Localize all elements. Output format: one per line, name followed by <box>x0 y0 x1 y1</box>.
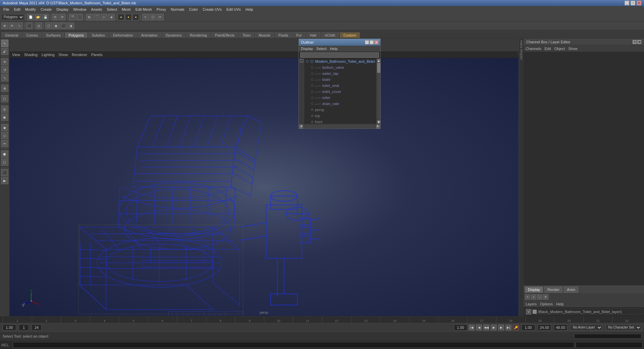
tab-toon[interactable]: Toon <box>239 32 254 38</box>
channel-box-settings[interactable]: ⚙ <box>633 40 637 44</box>
snap-curve-button[interactable]: ⌒ <box>93 14 100 20</box>
quick-render[interactable]: ▶ <box>1 177 8 184</box>
tab-polygons[interactable]: Polygons <box>65 32 87 38</box>
outliner-menu-display[interactable]: Display <box>301 47 313 51</box>
h-scroll-right[interactable]: ► <box>376 124 380 129</box>
menu-mesh[interactable]: Mesh <box>120 7 133 12</box>
range-end-2-input[interactable] <box>554 325 567 331</box>
light-button-1[interactable]: ● <box>118 14 124 20</box>
tab-general[interactable]: General <box>1 32 22 38</box>
anim-layer-select[interactable]: No Anim Layer <box>570 325 602 331</box>
attr-editor-label[interactable]: Attribute Editor <box>520 39 523 61</box>
move-tool[interactable]: ✛ <box>1 58 8 65</box>
scale-tool[interactable]: ⤡ <box>1 74 8 82</box>
layer-delete-button[interactable]: ✕ <box>543 294 548 300</box>
show-manip-tool[interactable]: ⬡ <box>1 95 8 102</box>
layer-create-assign-button[interactable]: ✓ <box>531 294 536 300</box>
channel-box-menu-object[interactable]: Object <box>554 47 565 51</box>
new-scene-button[interactable]: 📄 <box>27 14 34 20</box>
light-button-2[interactable]: ● <box>125 14 132 20</box>
curve-cv-tool[interactable]: ◆ <box>1 124 8 131</box>
character-set-select[interactable]: No Character Set <box>605 325 641 331</box>
layer-tab-display[interactable]: Display <box>525 287 543 293</box>
paint-select-tool[interactable]: 🖌 <box>1 48 8 55</box>
layer-menu-options[interactable]: Options <box>540 302 553 306</box>
timeline-ruler[interactable]: 1 2 3 4 5 6 7 8 9 10 11 12 13 14 15 16 1… <box>0 316 644 323</box>
sculpt-tool[interactable]: ◎ <box>1 105 8 113</box>
layer-menu-help[interactable]: Help <box>556 302 564 306</box>
outliner-window-controls[interactable]: _ □ ✕ <box>365 40 378 44</box>
go-to-start-button[interactable]: |◀ <box>469 325 475 331</box>
tab-deformation[interactable]: Deformation <box>109 32 137 38</box>
open-scene-button[interactable]: 📂 <box>35 14 41 20</box>
menu-edit-uvs[interactable]: Edit UVs <box>224 7 243 12</box>
redo-button[interactable]: ⟳ <box>59 14 66 20</box>
render-button[interactable]: 🎬 <box>69 14 75 20</box>
menu-create[interactable]: Create <box>39 7 54 12</box>
universal-tool[interactable]: ⊕ <box>1 85 8 92</box>
tab-fur[interactable]: Fur <box>292 32 306 38</box>
close-button[interactable]: ✕ <box>637 1 641 5</box>
h-scroll-left[interactable]: ◄ <box>299 124 303 129</box>
tab-dynamics[interactable]: Dynamics <box>162 32 185 38</box>
viewport-menu-view[interactable]: View <box>12 53 20 57</box>
outliner-item-water-tap[interactable]: ⬡ —○ water_tap <box>304 70 376 77</box>
ipr-render-button[interactable]: 🎥 <box>76 14 83 20</box>
time-current-input[interactable] <box>19 325 29 331</box>
select-tool[interactable]: ↖ <box>1 40 8 47</box>
outliner-item-toilet-seat[interactable]: ⬡ —○ toilet_seat <box>304 83 376 89</box>
smooth-shade-button[interactable]: ◉ <box>53 22 59 29</box>
outliner-item-bidet[interactable]: ⬡ —○ bidet <box>304 77 376 83</box>
move-button[interactable]: ⊕ <box>1 22 8 29</box>
channel-box-menu-channels[interactable]: Channels <box>526 47 541 51</box>
undo-button[interactable]: ⟲ <box>52 14 58 20</box>
tab-subdivs[interactable]: Subdivs <box>88 32 109 38</box>
playback-time-display[interactable] <box>454 325 467 331</box>
polygon-mode-select[interactable]: Polygons <box>1 14 24 20</box>
tab-painteffects[interactable]: PaintEffects <box>211 32 238 38</box>
tab-surfaces[interactable]: Surfaces <box>42 32 64 38</box>
step-forward-button[interactable]: ▶ <box>498 325 504 331</box>
outliner-item-root[interactable]: ⬡ ⬡ Modern_Bathroom_Toilet_and_Bidet <box>304 58 376 64</box>
scrollbar-up[interactable]: ▲ <box>377 59 380 62</box>
tab-muscle[interactable]: Muscle <box>255 32 274 38</box>
paint-tool-button[interactable]: ✏ <box>157 14 164 20</box>
texture-button[interactable]: ⬛ <box>60 22 67 29</box>
scrollbar-down[interactable]: ▼ <box>377 120 380 123</box>
auto-keyframe-button[interactable]: 🔑 <box>513 325 519 331</box>
menu-modify[interactable]: Modify <box>23 7 38 12</box>
menu-window[interactable]: Window <box>71 7 88 12</box>
scrollbar-thumb[interactable] <box>377 63 380 73</box>
menu-create-uvs[interactable]: Create UVs <box>201 7 224 12</box>
layer-row-1[interactable]: V /Black_Modern_Bathroom_Toilet_and_Bide… <box>524 308 643 315</box>
lasso-tool-button[interactable]: ⬡ <box>150 14 156 20</box>
tab-hair[interactable]: Hair <box>306 32 320 38</box>
viewport-menu-shading[interactable]: Shading <box>24 53 38 57</box>
menu-select[interactable]: Select <box>105 7 119 12</box>
channel-box-close-alt[interactable]: ◀ <box>637 40 641 44</box>
outliner-search-input[interactable] <box>300 52 379 58</box>
minimize-button[interactable]: _ <box>625 1 629 5</box>
light-button-3[interactable]: ● <box>132 14 139 20</box>
menu-edit[interactable]: Edit <box>12 7 22 12</box>
outliner-scrollbar[interactable]: ▲ ▼ <box>376 58 380 124</box>
snap-surface-button[interactable]: ◈ <box>108 14 115 20</box>
curve-ep-tool[interactable]: ◇ <box>1 132 8 139</box>
outliner-item-bottom-valve[interactable]: ⬡ —○ bottom_valve <box>304 64 376 70</box>
tab-rendering[interactable]: Rendering <box>186 32 211 38</box>
menu-proxy[interactable]: Proxy <box>155 7 168 12</box>
go-to-end-button[interactable]: ▶| <box>505 325 512 331</box>
channel-box-menu-show[interactable]: Show <box>568 47 578 51</box>
viewport-menu-renderer[interactable]: Renderer <box>72 53 87 57</box>
menu-display[interactable]: Display <box>54 7 70 12</box>
channel-box-controls[interactable]: ⚙ ◀ <box>633 40 641 44</box>
tab-custom[interactable]: Custom <box>340 32 360 38</box>
menu-normals[interactable]: Normals <box>169 7 186 12</box>
outliner-item-persp[interactable]: ⊙ persp <box>304 107 376 113</box>
select-tool-button[interactable]: ↖ <box>142 14 149 20</box>
wireframe-button[interactable]: ⬡ <box>45 22 52 29</box>
scrollbar-track[interactable] <box>377 63 380 119</box>
tab-fluids[interactable]: Fluids <box>275 32 292 38</box>
play-back-button[interactable]: ◀◀ <box>483 325 489 331</box>
layer-create-button[interactable]: + <box>525 294 530 300</box>
